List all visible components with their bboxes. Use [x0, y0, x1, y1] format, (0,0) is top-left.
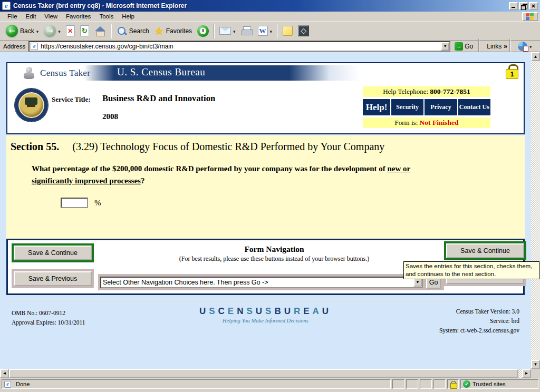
service-year: 2008: [102, 112, 118, 121]
forward-dropdown-icon[interactable]: [58, 27, 61, 35]
stop-button[interactable]: [63, 23, 78, 40]
menu-tools[interactable]: Tools: [95, 12, 118, 21]
menu-help[interactable]: Help: [118, 12, 139, 21]
save-continue-button-left[interactable]: Save & Continue: [14, 246, 92, 260]
percentage-input[interactable]: [61, 198, 88, 208]
navigation-select-value: Select Other Navigation Choices here. Th…: [101, 279, 413, 286]
trusted-check-icon: [463, 380, 470, 388]
mail-icon: [219, 27, 231, 35]
links-chevron-icon[interactable]: [504, 43, 507, 50]
menu-favorites[interactable]: Favorites: [62, 12, 95, 21]
go-arrow-icon: [455, 42, 463, 51]
section-heading: Section 55. (3.29) Technology Focus of D…: [6, 135, 525, 153]
notes-button[interactable]: [280, 23, 295, 40]
form-status-bar: Form is: Not Finished: [363, 117, 490, 128]
system-info: System: ct-web-2.ssd.census.gov: [439, 326, 519, 336]
search-icon: [117, 26, 127, 36]
favorites-button[interactable]: Favorites: [152, 23, 195, 40]
title-bar: e Census Taker (brd entry cq8) - Microso…: [0, 0, 540, 12]
save-previous-button-left[interactable]: Save & Previous: [14, 271, 92, 286]
section-number: Section 55.: [11, 141, 59, 152]
service-title-label: Service Title:: [52, 95, 91, 104]
home-button[interactable]: [92, 23, 109, 40]
mail-dropdown-icon[interactable]: [233, 27, 236, 35]
service-info: Service: brd: [439, 317, 519, 326]
word-dropdown-icon[interactable]: [270, 27, 273, 35]
navigation-select[interactable]: Select Other Navigation Choices here. Th…: [100, 277, 423, 288]
service-title: Business R&D and Innovation: [102, 93, 215, 104]
address-dropdown-icon[interactable]: ▼: [441, 42, 449, 51]
form-status-value: Not Finished: [420, 119, 459, 126]
addon-globe-icon[interactable]: [518, 42, 527, 51]
form-navigation-subtitle: (For best results, please use these butt…: [103, 255, 446, 263]
addon-dropdown-icon[interactable]: [529, 43, 532, 50]
close-button[interactable]: [529, 2, 538, 10]
vertical-scrollbar[interactable]: ▲ ▼: [531, 52, 540, 369]
bureau-title: U. S. Census Bureau: [117, 66, 205, 78]
question-text: What percentage of the $200,000 domestic…: [32, 163, 499, 188]
address-label: Address: [2, 43, 28, 50]
scroll-up-icon[interactable]: ▲: [531, 52, 540, 61]
history-button[interactable]: [195, 23, 211, 40]
census-header-box: Census Taker U. S. Census Bureau 1 Servi…: [6, 62, 525, 134]
omb-number: OMB No.: 0607-0912: [12, 308, 85, 318]
mail-button[interactable]: [217, 23, 238, 40]
page-content: Census Taker U. S. Census Bureau 1 Servi…: [0, 52, 531, 369]
browser-toolbar: Back Search Favorites: [0, 22, 540, 41]
horizontal-scroll-thumb[interactable]: [9, 369, 518, 378]
secure-lock-icon: 1: [506, 64, 518, 80]
refresh-button[interactable]: [78, 23, 92, 40]
forward-icon: [44, 25, 56, 37]
address-field[interactable]: e ▼: [28, 41, 450, 52]
word-icon: [258, 26, 268, 36]
menu-edit[interactable]: Edit: [22, 12, 41, 21]
save-continue-button-right[interactable]: Save & Continue: [446, 243, 524, 258]
help-telephone-bar: Help Telephone: 800-772-7851: [363, 86, 490, 97]
search-button[interactable]: Search: [114, 23, 152, 40]
status-lock-icon: [450, 381, 456, 388]
scroll-down-icon[interactable]: ▼: [531, 360, 540, 369]
back-button[interactable]: Back: [3, 23, 41, 40]
census-tagline: Helping You Make Informed Decisions: [155, 318, 377, 324]
print-button[interactable]: [238, 23, 255, 40]
save-previous-left-wrapper: Save & Previous: [12, 269, 94, 288]
back-dropdown-icon[interactable]: [36, 27, 39, 35]
privacy-button[interactable]: Privacy: [425, 99, 457, 115]
census-bureau-logo: USCENSUSBUREAU Helping You Make Informed…: [155, 306, 377, 324]
address-input[interactable]: [41, 42, 441, 51]
forward-button[interactable]: [41, 23, 63, 40]
history-clock-icon: [197, 25, 209, 37]
messenger-diamond-icon: [298, 25, 309, 36]
links-bar[interactable]: Links: [487, 43, 507, 50]
menu-file[interactable]: File: [3, 12, 22, 21]
edit-with-word-button[interactable]: [255, 23, 275, 40]
section-title: (3.29) Technology Focus of Domestic R&D …: [72, 141, 384, 152]
windows-logo-icon: [522, 12, 538, 21]
help-button[interactable]: Help!: [363, 99, 390, 115]
restore-button[interactable]: [519, 2, 528, 10]
help-telephone-number: 800-772-7851: [430, 87, 470, 95]
address-go-button[interactable]: Go: [454, 41, 476, 52]
navigation-dropdown-row: Select Other Navigation Choices here. Th…: [98, 274, 444, 290]
horizontal-scrollbar[interactable]: ◄ ►: [0, 369, 531, 378]
scroll-left-icon[interactable]: ◄: [0, 369, 9, 378]
section-area: Section 55. (3.29) Technology Focus of D…: [6, 135, 525, 239]
security-button[interactable]: Security: [391, 99, 423, 115]
select-dropdown-icon[interactable]: ▼: [413, 278, 422, 287]
footer-divider: [6, 301, 525, 302]
menu-view[interactable]: View: [40, 12, 62, 21]
ie-logo-icon: e: [2, 2, 11, 10]
census-taker-brand: Census Taker: [40, 68, 90, 79]
address-bar: Address e ▼ Go Links: [0, 41, 540, 52]
stop-icon: [66, 25, 75, 36]
favorites-star-icon: [155, 26, 164, 36]
messenger-button[interactable]: [295, 23, 312, 40]
contact-us-button[interactable]: Contact Us: [458, 99, 490, 115]
save-continue-left-wrapper: Save & Continue: [12, 243, 94, 262]
status-page-icon: e: [4, 381, 11, 388]
minimize-button[interactable]: [509, 2, 518, 10]
census-logo-text: USCENSUSBUREAU: [155, 306, 377, 317]
percent-sign: %: [94, 199, 101, 208]
scroll-right-icon[interactable]: ►: [522, 369, 531, 378]
page-icon: e: [31, 43, 38, 50]
